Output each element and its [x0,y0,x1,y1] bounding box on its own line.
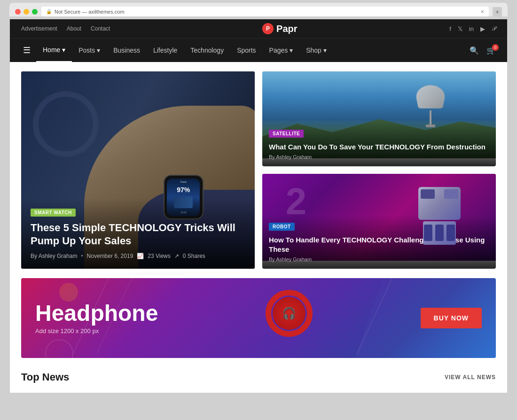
cart-badge: 0 [492,44,499,51]
article-satellite-overlay: SATELLITE What Can You Do To Save Your T… [262,122,496,167]
ad-title: Headphone [35,302,158,325]
buy-now-button[interactable]: BUY NOW [421,308,482,328]
address-bar[interactable]: 🔒 Not Secure — axilthemes.com × [41,7,489,16]
featured-overlay: SMART WATCH These 5 Simple TECHNOLOGY Tr… [21,198,255,269]
maximize-button[interactable] [32,9,38,15]
featured-author: By Ashley Graham [31,253,77,259]
advertisement-link[interactable]: Advertisement [21,25,57,32]
article-satellite-title: What Can You Do To Save Your TECHNOLOGY … [269,142,489,152]
close-icon[interactable]: × [480,8,484,15]
search-icon[interactable]: 🔍 [470,46,479,55]
nav-pages[interactable]: Pages ▾ [263,39,300,62]
ad-subtitle: Add size 1200 x 200 px [35,327,158,334]
ad-banner[interactable]: Headphone Add size 1200 x 200 px 🎧 BUY N… [21,278,496,358]
nav-lifestyle[interactable]: Lifestyle [147,39,184,62]
linkedin-icon[interactable]: in [469,25,474,32]
featured-meta: By Ashley Graham • November 6, 2019 📈 23… [31,253,245,259]
article-satellite-meta: By Ashley Graham [269,154,489,160]
right-column: SATELLITE What Can You Do To Save Your T… [262,71,496,269]
social-links: f 𝕏 in ▶ 𝒫 [449,25,496,32]
nav-technology[interactable]: Technology [184,39,230,62]
top-bar: Advertisement About Contact P Papr f 𝕏 i… [10,19,507,38]
ad-text: Headphone Add size 1200 x 200 px [35,302,158,334]
youtube-icon[interactable]: ▶ [480,25,485,32]
logo-icon: P [262,23,274,34]
cart-icon[interactable]: 🛒 0 [486,46,496,55]
new-tab-button[interactable]: + [493,7,502,16]
nav-business[interactable]: Business [107,39,147,62]
lock-icon: 🔒 [46,9,52,14]
main-content: State 97% 16:08 SMART WATCH These 5 Simp… [10,62,507,393]
article-robot[interactable]: 2 ROBOT How To Handle Every TECHNOLOGY C… [262,174,496,269]
featured-views-icon: 📈 [137,253,144,259]
nav-bar: ☰ Home ▾ Posts ▾ Business Lifestyle Tech… [10,38,507,62]
twitter-icon[interactable]: 𝕏 [458,25,462,32]
section-title: Top News [21,371,69,383]
brand-logo[interactable]: P Papr [262,23,297,34]
article-robot-tag: ROBOT [269,223,295,231]
featured-title: These 5 Simple TECHNOLOGY Tricks Will Pu… [31,221,245,248]
featured-views: 23 Views [148,253,170,259]
facebook-icon[interactable]: f [449,25,451,32]
url-text: Not Secure — axilthemes.com [55,9,125,15]
nav-home[interactable]: Home ▾ [36,39,72,62]
nav-shop[interactable]: Shop ▾ [299,39,333,62]
ad-product-image: 🎧 [254,288,324,349]
featured-date: November 6, 2019 [87,253,133,259]
contact-link[interactable]: Contact [91,25,110,32]
featured-share-icon: ↗ [174,253,179,259]
about-link[interactable]: About [67,25,81,32]
pinterest-icon[interactable]: 𝒫 [492,25,496,32]
article-robot-meta: By Ashley Graham [269,257,489,262]
brand-name: Papr [276,23,297,34]
top-bar-left: Advertisement About Contact [21,25,110,32]
bottom-section: Top News VIEW ALL NEWS [21,367,496,383]
close-button[interactable] [15,9,21,15]
featured-tag: SMART WATCH [31,209,76,217]
nav-left: ☰ Home ▾ Posts ▾ Business Lifestyle Tech… [21,39,333,62]
featured-article[interactable]: State 97% 16:08 SMART WATCH These 5 Simp… [21,71,255,269]
nav-links: Home ▾ Posts ▾ Business Lifestyle Techno… [36,39,333,62]
nav-sports[interactable]: Sports [230,39,262,62]
view-all-link[interactable]: VIEW ALL NEWS [445,374,496,381]
article-satellite-tag: SATELLITE [269,130,304,138]
article-satellite[interactable]: SATELLITE What Can You Do To Save Your T… [262,71,496,166]
hamburger-menu[interactable]: ☰ [21,39,32,62]
minimize-button[interactable] [24,9,29,15]
hero-grid: State 97% 16:08 SMART WATCH These 5 Simp… [21,71,496,269]
meta-separator: • [81,253,83,259]
featured-shares: 0 Shares [183,253,205,259]
nav-right: 🔍 🛒 0 [470,46,496,55]
nav-posts[interactable]: Posts ▾ [72,39,107,62]
